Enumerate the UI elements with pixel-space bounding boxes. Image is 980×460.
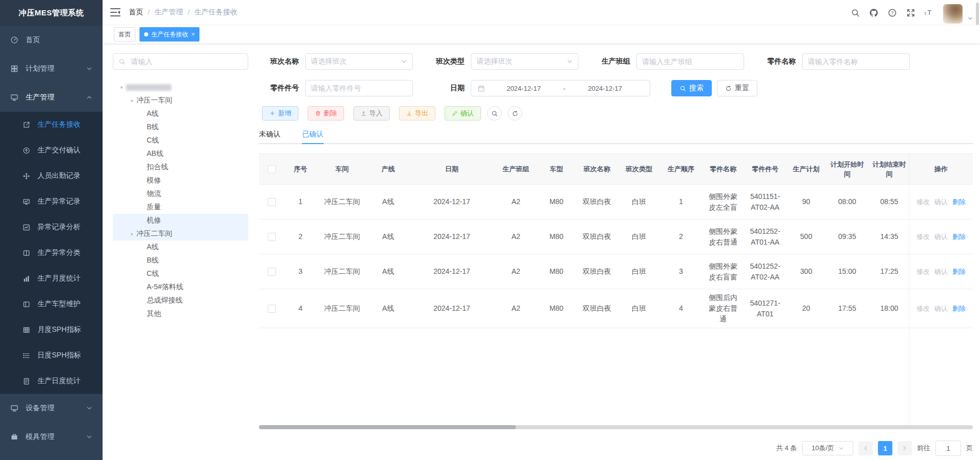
sidebar-item-生产异常记录[interactable]: 生产异常记录 — [0, 189, 103, 214]
column-header-生产班组: 生产班组 — [495, 154, 537, 184]
github-icon[interactable] — [869, 8, 878, 17]
sidebar-item-生产日度统计[interactable]: 生产日度统计 — [0, 368, 103, 394]
list-icon — [23, 352, 30, 359]
close-icon[interactable]: × — [191, 31, 195, 37]
part-no-input[interactable] — [305, 80, 413, 96]
tree-node-冲压一车间[interactable]: ▾冲压一车间 — [113, 94, 248, 107]
cell-model: M80 — [537, 289, 576, 328]
tree-node-B线[interactable]: B线 — [113, 121, 248, 134]
cell-shift_name: 双班白夜 — [576, 254, 618, 289]
search-icon — [679, 85, 686, 92]
column-header-生产计划: 生产计划 — [786, 154, 826, 184]
row-action-删除[interactable]: 删除 — [952, 304, 966, 313]
select-all-checkbox[interactable] — [268, 165, 276, 173]
sidebar-item-生产异常分类[interactable]: 生产异常分类 — [0, 240, 103, 266]
tree-node-C线[interactable]: C线 — [113, 267, 248, 281]
sidebar-item-模具管理[interactable]: 模具管理 — [0, 423, 103, 451]
sidebar-item-人员出勤记录[interactable]: 人员出勤记录 — [0, 163, 103, 189]
cell-shift_name: 双班白夜 — [576, 219, 618, 254]
tree-node-扣合线[interactable]: 扣合线 — [113, 161, 248, 174]
row-action-删除[interactable]: 删除 — [952, 197, 966, 207]
tree-node-B线[interactable]: B线 — [113, 254, 248, 267]
tree-expand-icon[interactable]: ▾ — [127, 98, 136, 104]
reset-button[interactable]: 重置 — [717, 80, 757, 96]
toolbar-refresh-button[interactable] — [508, 106, 522, 121]
row-checkbox[interactable] — [268, 198, 276, 206]
tree-node-其他[interactable]: 其他 — [113, 307, 248, 321]
workshop-tree: ▾▾冲压一车间A线B线C线AB线扣合线模修物流质量机修▾冲压二车间A线B线C线A… — [113, 81, 248, 321]
sidebar-item-月度SPH指标[interactable]: 月度SPH指标 — [0, 317, 103, 343]
row-action-删除[interactable]: 删除 — [952, 267, 966, 276]
sidebar-item-首页[interactable]: 首页 — [0, 26, 103, 54]
tree-node-机修[interactable]: 机修 — [113, 214, 248, 227]
tree-node-总成焊接线[interactable]: 总成焊接线 — [113, 294, 248, 307]
search-icon[interactable] — [851, 8, 860, 17]
fullscreen-icon[interactable] — [906, 8, 915, 17]
horizontal-scrollbar[interactable] — [259, 425, 973, 429]
tab-未确认[interactable]: 未确认 — [259, 125, 281, 143]
cell-workshop: 冲压二车间 — [316, 254, 368, 289]
tree-node-模修[interactable]: 模修 — [113, 174, 248, 187]
help-icon[interactable]: ? — [888, 8, 897, 17]
tag-首页[interactable]: 首页 — [114, 27, 135, 42]
cell-start: 17:55 — [826, 289, 868, 328]
sidebar-item-计划管理[interactable]: 计划管理 — [0, 54, 103, 83]
确认-button[interactable]: 确认 — [445, 106, 481, 121]
tree-node-A-5#落料线[interactable]: A-5#落料线 — [113, 281, 248, 294]
page-scrollbar[interactable] — [976, 3, 979, 25]
tree-node-AB线[interactable]: AB线 — [113, 147, 248, 161]
search-button[interactable]: 搜索 — [671, 80, 712, 96]
font-size-icon[interactable]: tT — [925, 8, 934, 17]
tab-已确认[interactable]: 已确认 — [302, 125, 324, 143]
hamburger-icon[interactable] — [110, 8, 121, 17]
cell-part_name: 侧围外蒙皮左全盲 — [702, 185, 744, 219]
shift-type-select[interactable]: 请选择班次 — [471, 53, 578, 70]
row-checkbox[interactable] — [268, 233, 276, 241]
sidebar-item-生产任务接收[interactable]: 生产任务接收 — [0, 112, 103, 137]
row-actions-cell: 修改确认删除 — [909, 219, 973, 254]
goto-page-input[interactable] — [935, 441, 961, 456]
column-header-班次名称: 班次名称 — [576, 154, 618, 184]
pagination: 共 4 条 10条/页 1 前往 页 — [776, 441, 973, 456]
sidebar-item-生产月度统计[interactable]: 生产月度统计 — [0, 266, 103, 291]
page-size-select[interactable]: 10条/页 — [802, 441, 853, 455]
sidebar-item-label: 首页 — [26, 35, 92, 45]
tree-node-A线[interactable]: A线 — [113, 241, 248, 254]
avatar[interactable] — [943, 4, 963, 24]
date-range-picker[interactable]: 2024-12-17 - 2024-12-17 — [471, 80, 650, 96]
toolbar-search-button[interactable] — [487, 106, 502, 121]
shift-name-select[interactable]: 请选择班次 — [305, 53, 413, 70]
新增-button[interactable]: 新增 — [262, 106, 298, 121]
breadcrumb-item[interactable]: 首页 — [129, 8, 143, 17]
tree-node-冲压二车间[interactable]: ▾冲压二车间 — [113, 227, 248, 241]
cell-end: 18:00 — [868, 289, 910, 328]
horizontal-scrollbar-thumb[interactable] — [259, 425, 516, 429]
team-input[interactable] — [636, 53, 744, 70]
cell-part_no: 5401151-AT02-AA — [744, 185, 786, 219]
导出-button[interactable]: 导出 — [399, 106, 435, 121]
sidebar-item-设备管理[interactable]: 设备管理 — [0, 394, 103, 423]
sidebar-item-异常记录分析[interactable]: 异常记录分析 — [0, 214, 103, 240]
row-checkbox[interactable] — [268, 305, 276, 313]
navbar: 首页/生产管理/生产任务接收 ?tT — [103, 0, 980, 25]
tree-node-C线[interactable]: C线 — [113, 134, 248, 147]
part-name-input[interactable] — [802, 53, 910, 70]
tree-search-input[interactable] — [130, 57, 243, 66]
sidebar-item-生产交付确认[interactable]: 生产交付确认 — [0, 137, 103, 163]
sidebar-item-生产管理[interactable]: 生产管理 — [0, 83, 103, 112]
row-checkbox[interactable] — [268, 268, 276, 276]
caret-down-icon[interactable] — [968, 16, 973, 21]
导入-button[interactable]: 导入 — [353, 106, 390, 121]
tree-expand-icon[interactable]: ▾ — [127, 231, 136, 237]
tree-node-root[interactable]: ▾ — [113, 81, 248, 94]
sidebar-item-生产车型维护[interactable]: 生产车型维护 — [0, 291, 103, 317]
page-1-button[interactable]: 1 — [878, 441, 892, 455]
tree-node-物流[interactable]: 物流 — [113, 187, 248, 201]
row-action-删除[interactable]: 删除 — [952, 232, 966, 242]
tree-node-质量[interactable]: 质量 — [113, 201, 248, 214]
tree-node-A线[interactable]: A线 — [113, 107, 248, 121]
tree-expand-icon[interactable]: ▾ — [117, 85, 126, 90]
sidebar-item-日度SPH指标[interactable]: 日度SPH指标 — [0, 343, 103, 368]
tag-生产任务接收[interactable]: 生产任务接收× — [139, 27, 199, 42]
删除-button[interactable]: 删除 — [308, 106, 344, 121]
